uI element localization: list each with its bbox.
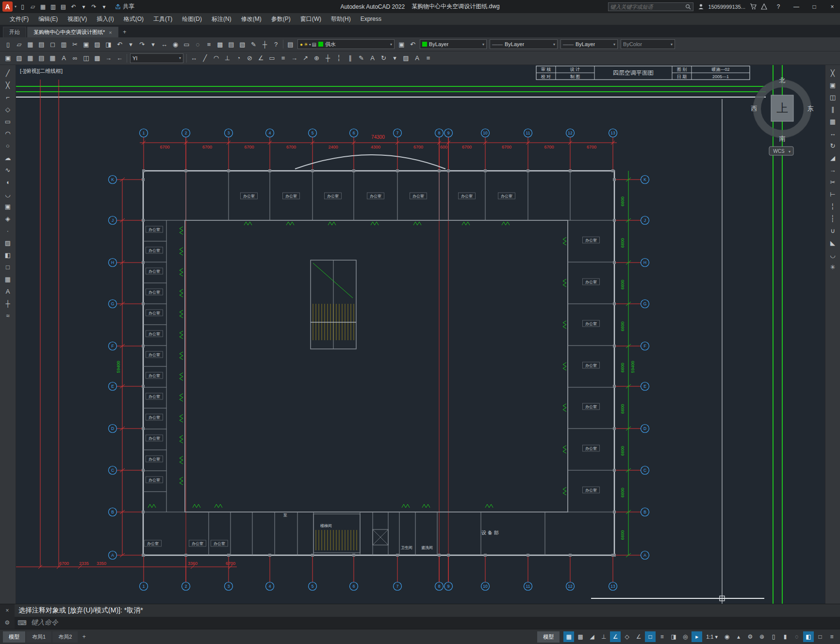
open-file-icon[interactable]: ▱ xyxy=(28,1,38,12)
user-icon[interactable] xyxy=(698,3,704,10)
menu-item-12[interactable]: 帮助(H) xyxy=(326,13,356,25)
undo-icon[interactable]: ↶ xyxy=(68,1,79,12)
rotate-icon[interactable]: ↻ xyxy=(827,140,839,151)
tolerance-icon[interactable]: ⊕ xyxy=(311,53,322,64)
paste-icon[interactable]: ▨ xyxy=(92,39,103,50)
grid-display-icon[interactable]: ▦ xyxy=(563,631,574,642)
ordinate-icon[interactable]: ⊥ xyxy=(222,53,233,64)
new-tab-button[interactable]: + xyxy=(119,27,130,37)
menu-item-11[interactable]: 窗口(W) xyxy=(296,13,326,25)
autodesk-app-icon[interactable] xyxy=(761,3,767,10)
point-icon[interactable]: · xyxy=(2,225,14,236)
array-icon[interactable]: ▦ xyxy=(827,116,839,127)
app-logo[interactable]: A xyxy=(2,1,13,12)
linear-dimension-icon[interactable]: ↔ xyxy=(188,53,199,64)
center-mark-icon[interactable]: ┼ xyxy=(322,53,333,64)
angular-dimension-icon[interactable]: ∠ xyxy=(255,53,266,64)
attach-xref-icon[interactable]: ▧ xyxy=(14,53,25,64)
search-box[interactable] xyxy=(608,2,693,11)
erase-icon[interactable]: ╳ xyxy=(827,67,839,79)
chevron-down-icon[interactable]: ▾ xyxy=(482,42,484,47)
infer-constraints-icon[interactable]: ◢ xyxy=(587,631,597,642)
polar-tracking-icon[interactable]: ∠ xyxy=(610,631,621,642)
lineweight-display-icon[interactable]: ≡ xyxy=(657,631,667,642)
undo-list-icon[interactable]: ▾ xyxy=(125,39,136,50)
layer-previous-icon[interactable]: ↶ xyxy=(407,39,418,50)
chamfer-icon[interactable]: ◣ xyxy=(827,237,839,248)
tool-palettes-icon[interactable]: ▤ xyxy=(226,39,237,50)
plot-icon[interactable]: ▤ xyxy=(58,1,68,12)
color-control[interactable]: ByLayer ▾ xyxy=(420,39,487,49)
lock-ui-icon[interactable]: ▮ xyxy=(780,631,791,642)
hatch-icon[interactable]: ▨ xyxy=(2,237,14,248)
object-snap-icon[interactable]: □ xyxy=(645,631,656,642)
mirror-icon[interactable]: ◫ xyxy=(827,92,839,103)
share-button[interactable]: 共享 xyxy=(115,2,134,11)
properties-icon[interactable]: ≡ xyxy=(423,53,434,64)
make-block-icon[interactable]: ◈ xyxy=(2,213,14,224)
join-icon[interactable]: ∪ xyxy=(827,225,839,236)
region-icon[interactable]: □ xyxy=(2,262,14,273)
zoom-previous-icon[interactable]: ◌ xyxy=(192,39,203,50)
properties-palette-icon[interactable]: ≡ xyxy=(203,39,214,50)
radius-dimension-icon[interactable]: ◔ xyxy=(233,53,244,64)
zoom-realtime-icon[interactable]: ◉ xyxy=(170,39,181,50)
break-at-point-icon[interactable]: ╎ xyxy=(827,201,839,212)
save-icon[interactable]: ▦ xyxy=(38,1,48,12)
quick-properties-icon[interactable]: ▯ xyxy=(768,631,779,642)
stretch-icon[interactable]: → xyxy=(827,165,839,176)
new-layout-button[interactable]: + xyxy=(79,631,89,642)
hatch-icon[interactable]: ▨ xyxy=(400,53,412,64)
aligned-dimension-icon[interactable]: ╱ xyxy=(199,53,211,64)
menu-item-13[interactable]: Express xyxy=(356,13,386,25)
model-paper-toggle[interactable]: 模型 xyxy=(537,631,560,643)
designcenter-icon[interactable]: ▩ xyxy=(214,39,226,50)
open-file-icon[interactable]: ▱ xyxy=(14,39,25,50)
insert-block-icon[interactable]: ▣ xyxy=(2,53,14,64)
dynamic-input-icon[interactable]: ▸ xyxy=(692,631,702,642)
search-input[interactable] xyxy=(610,4,683,10)
undo-icon[interactable]: ↶ xyxy=(114,39,125,50)
menu-item-1[interactable]: 文件(F) xyxy=(5,13,33,25)
cart-icon[interactable] xyxy=(750,3,757,10)
insert-block-icon[interactable]: ▣ xyxy=(2,201,14,212)
annotation-scale-control[interactable]: 1:1▾ xyxy=(703,631,721,642)
cut-icon[interactable]: ✂ xyxy=(69,39,81,50)
annotation-visibility-icon[interactable]: ◉ xyxy=(722,631,732,642)
extend-icon[interactable]: ⊢ xyxy=(827,189,839,200)
new-file-icon[interactable]: ▯ xyxy=(2,39,14,50)
table-icon[interactable]: ▦ xyxy=(47,53,58,64)
measure-icon[interactable]: ≈ xyxy=(2,310,14,321)
redo-icon[interactable]: ↷ xyxy=(89,1,99,12)
snap-mode-icon[interactable]: ▩ xyxy=(575,631,586,642)
rectangle-icon[interactable]: ▭ xyxy=(2,116,14,127)
maximize-button[interactable]: □ xyxy=(807,0,821,13)
drawing-canvas[interactable]: 7430067006700670067002400430067006006700… xyxy=(16,65,825,604)
help-icon[interactable]: ? xyxy=(772,0,785,13)
quick-dimension-icon[interactable]: ▭ xyxy=(266,53,278,64)
quickcalc-icon[interactable]: ┼ xyxy=(259,39,270,50)
revision-cloud-icon[interactable]: ☁ xyxy=(2,152,14,164)
minimize-button[interactable]: — xyxy=(790,0,803,13)
layout-tab-2[interactable]: 布局1 xyxy=(26,631,51,643)
save-as-icon[interactable]: ▥ xyxy=(48,1,58,12)
chevron-down-icon[interactable]: ▾ xyxy=(553,42,555,47)
dimension-update-icon[interactable]: ↻ xyxy=(378,53,389,64)
tab-drawing[interactable]: 某购物中心中央空调设计图纸* × xyxy=(27,27,118,37)
chevron-down-icon[interactable]: ▾ xyxy=(179,56,181,60)
chevron-down-icon[interactable]: ▾ xyxy=(613,42,615,47)
match-properties-icon[interactable]: ◨ xyxy=(103,39,114,50)
dimension-style-icon[interactable]: ▾ xyxy=(389,53,400,64)
menu-item-10[interactable]: 参数(P) xyxy=(266,13,296,25)
menu-item-6[interactable]: 工具(T) xyxy=(148,13,177,25)
graphics-performance-icon[interactable]: ◧ xyxy=(803,631,814,642)
menu-item-3[interactable]: 视图(V) xyxy=(63,13,92,25)
command-customize-icon[interactable]: ⚙ xyxy=(5,619,10,626)
dimension-edit-icon[interactable]: ✎ xyxy=(356,53,367,64)
explode-icon[interactable]: ✳ xyxy=(827,262,839,273)
plot-preview-icon[interactable]: ◻ xyxy=(47,39,58,50)
close-button[interactable]: × xyxy=(825,0,839,13)
circle-icon[interactable]: ○ xyxy=(2,140,14,151)
customization-icon[interactable]: ≡ xyxy=(826,631,837,642)
multileader-icon[interactable]: ↗ xyxy=(300,53,311,64)
